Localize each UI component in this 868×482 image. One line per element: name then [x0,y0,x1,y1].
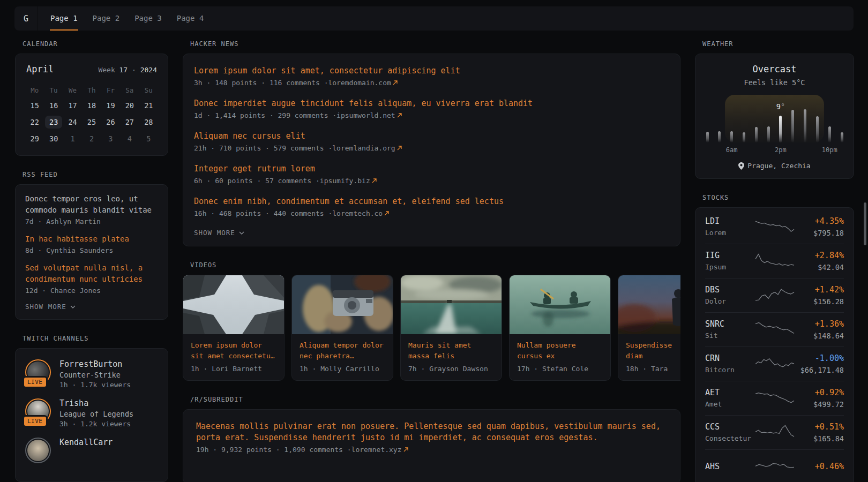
stock-company-name: Ipsum [705,263,754,271]
stock-sparkline [754,216,796,237]
twitch-channel-row[interactable]: LIVETrishaLeague of Legends3h · 1.2k vie… [25,398,158,428]
tab-page-4[interactable]: Page 4 [176,6,205,31]
stock-company-name: Consectetur [705,434,754,442]
external-link-icon [397,113,402,118]
stock-price: $499.72 [796,400,844,409]
stock-row[interactable]: CRNBitcorn-1.00%$66,171.48 [705,347,844,381]
rss-item-title[interactable]: Donec tempor eros leo, ut commodo mauris… [25,193,158,216]
subreddit-item: Maecenas mollis pulvinar erat non posuer… [196,421,667,454]
tab-page-2[interactable]: Page 2 [92,6,121,31]
stock-company-name: Sit [705,332,754,340]
video-card-body: Aliquam tempor dolor nec pharetra…1h · M… [292,334,393,380]
calendar-day: 30 [44,131,63,147]
twitch-channel-row[interactable]: KendallCarr [25,438,158,463]
stock-row[interactable]: IIGIpsum+2.84%$42.04 [705,244,844,278]
hackernews-show-more-button[interactable]: SHOW MORE [194,229,669,237]
scrollbar-thumb[interactable] [864,202,866,245]
stock-change: +0.92% [796,388,844,397]
twitch-channel-name[interactable]: KendallCarr [59,438,113,447]
stock-identity: LDILorem [705,216,754,237]
stock-row[interactable]: AHS+0.46% [705,449,844,482]
hackernews-item-domain-link[interactable]: ipsumify.biz [320,177,370,185]
hackernews-item-title[interactable]: Aliquam nec cursus elit [194,131,669,142]
stock-change: -1.00% [796,353,844,363]
stock-row[interactable]: LDILorem+4.35%$795.18 [705,210,844,244]
hackernews-item-stats: 1d · 1,414 points · 299 comments · [194,111,336,119]
hackernews-item-meta: 6h · 60 points · 57 comments · ipsumify.… [194,177,669,185]
twitch-widget-label: TWITCH CHANNELS [23,335,168,342]
video-card[interactable]: Nullam posuere cursus ex17h · Stefan Col… [509,275,611,381]
stock-symbol: DBS [705,285,754,295]
sparkline-chart [754,353,796,372]
external-link-icon [397,146,402,150]
tab-page-3[interactable]: Page 3 [134,6,162,31]
video-title[interactable]: Mauris sit amet massa felis [408,340,494,362]
video-title[interactable]: Aliquam tempor dolor nec pharetra… [300,340,385,362]
weather-card: Overcast Feels like 5°C 9° 6am2pm10pm Pr… [695,54,854,179]
video-title[interactable]: Lorem ipsum dolor sit amet consectetu… [191,340,276,362]
calendar-day: 18 [82,97,101,114]
hackernews-item-domain-link[interactable]: loremdomain.com [328,79,391,87]
hackernews-item-domain-link[interactable]: loremlandia.org [332,144,395,152]
calendar-day-header: Th [82,83,101,97]
weather-bar [755,127,758,142]
stock-sparkline [754,387,796,409]
stock-price: $66,171.48 [796,366,844,374]
hackernews-item-domain-link[interactable]: loremtech.co [332,209,383,217]
twitch-card: LIVEForrestBurtonCounter-Strike1h · 1.7k… [15,348,168,482]
subreddit-item-stats: 19h · 9,932 points · 1,090 comments · [196,446,351,454]
subreddit-item-domain-link[interactable]: loremnet.xyz [351,446,402,454]
sparkline-chart [754,216,796,235]
temp-value: 9 [776,102,781,111]
top-navigation-bar: G Page 1Page 2Page 3Page 4 [14,6,854,31]
stock-price: $42.04 [796,263,844,272]
chevron-down-icon [70,305,76,308]
stock-change: +4.35% [796,216,844,226]
silhouette-field-thumbnail-image [618,275,680,334]
canoe-misty-lake-thumbnail-image [510,275,611,334]
video-title[interactable]: Suspendisse diam [626,340,680,362]
stock-row[interactable]: SNRCSit+1.36%$148.64 [705,312,844,347]
twitch-channel-row[interactable]: LIVEForrestBurtonCounter-Strike1h · 1.7k… [25,359,158,389]
app-logo[interactable]: G [14,6,38,31]
calendar-day: 17 [63,97,82,114]
hackernews-item-domain-link[interactable]: ipsumworld.net [336,111,395,119]
hackernews-item: Aliquam nec cursus elit21h · 710 points … [194,131,669,152]
video-card[interactable]: Lorem ipsum dolor sit amet consectetu…1h… [183,275,285,381]
video-thumbnail [401,275,502,334]
twitch-channel-info: ForrestBurtonCounter-Strike1h · 1.7k vie… [59,359,131,389]
calendar-grid: MoTuWeThFrSaSu15161718192021222324252627… [25,83,158,147]
tab-page-1[interactable]: Page 1 [50,6,78,31]
hackernews-widget: HACKER NEWS Lorem ipsum dolor sit amet, … [183,40,680,246]
rss-item-meta: 7d · Ashlyn Martin [25,217,158,225]
stock-row[interactable]: AETAmet+0.92%$499.72 [705,381,844,415]
calendar-widget: CALENDAR April Week 17 · 2024 MoTuWeThFr… [15,40,168,156]
calendar-week-prefix: Week [98,66,115,74]
hackernews-item-title[interactable]: Donec enim nibh, condimentum et accumsan… [194,196,669,207]
calendar-day: 26 [101,114,120,130]
video-title[interactable]: Nullam posuere cursus ex [517,340,603,362]
video-card[interactable]: Mauris sit amet massa felis7h · Grayson … [400,275,502,381]
subreddit-item-title[interactable]: Maecenas mollis pulvinar erat non posuer… [196,421,667,443]
video-card[interactable]: Aliquam tempor dolor nec pharetra…1h · M… [291,275,393,381]
rss-show-more-button[interactable]: SHOW MORE [25,303,158,311]
twitch-channel-name[interactable]: ForrestBurton [59,359,131,369]
hackernews-item-title[interactable]: Donec imperdiet augue tincidunt felis al… [194,98,669,109]
stock-row[interactable]: DBSDolor+1.42%$156.28 [705,278,844,312]
hackernews-item-title[interactable]: Lorem ipsum dolor sit amet, consectetur … [194,65,669,77]
stock-row[interactable]: CCSConsectetur+0.51%$165.84 [705,415,844,449]
stock-values: +0.92%$499.72 [796,388,844,409]
stock-values: +0.46% [796,462,844,471]
rss-item-title[interactable]: Sed volutpat nulla nisl, a condimentum n… [25,262,158,285]
video-card[interactable]: Suspendisse diam18h · Tara [618,275,680,381]
stock-values: +2.84%$42.04 [796,251,844,272]
hackernews-item-meta: 3h · 148 points · 116 comments · loremdo… [194,79,669,87]
calendar-day-header: Sa [120,83,139,97]
video-thumbnail [183,275,284,334]
calendar-day: 15 [25,97,44,114]
twitch-channel-meta: 3h · 1.2k viewers [59,420,133,428]
rss-item-title[interactable]: In hac habitasse platea [25,234,158,245]
twitch-channel-name[interactable]: Trisha [59,398,133,408]
hackernews-item-title[interactable]: Integer eget rutrum lorem [194,163,669,175]
weather-bar [841,132,843,142]
